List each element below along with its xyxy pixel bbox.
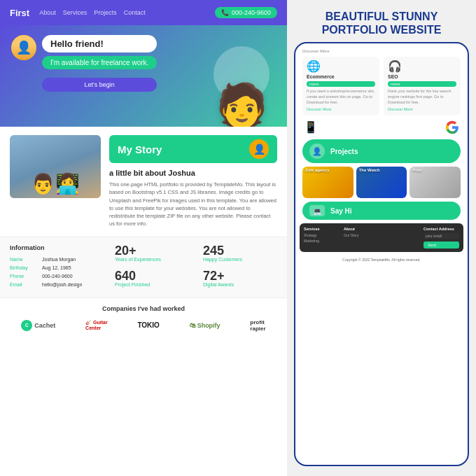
- stat-customers: 245 Happy Customers: [203, 244, 277, 265]
- seo-icon: 🎧: [388, 61, 456, 72]
- service-card-ecommerce: 🌐 Ecommerce more If you need a webshop/e…: [302, 57, 379, 115]
- nav-link-projects[interactable]: Projects: [94, 9, 117, 16]
- cachet-label: Cachet: [34, 322, 55, 329]
- projects-label: Projects: [330, 148, 358, 155]
- phone-icon: 📞: [221, 9, 229, 16]
- icon-row: 📱: [300, 119, 463, 136]
- footer-about-title: About: [344, 227, 379, 231]
- seo-link[interactable]: Discover More: [388, 107, 456, 111]
- sayhi-button[interactable]: 💻 Say Hi: [302, 202, 461, 220]
- footer-services-strategy: Strategy: [304, 233, 340, 237]
- logo-shopify: 🛍 Shopify: [190, 322, 220, 329]
- projects-avatar: 👤: [309, 144, 325, 159]
- stat-awards: 72+ Digital Awards: [203, 270, 277, 290]
- cachet-icon: C: [21, 320, 32, 331]
- project-name-polo: Polo: [412, 168, 421, 172]
- info-block: Information Name Joshua Morgan Birthday …: [10, 244, 108, 290]
- stat-label-projects: Project Finished: [115, 282, 189, 287]
- sayhi-label: Say Hi: [330, 207, 352, 215]
- logo-guitar-center: 🎸 GuitarCenter: [85, 320, 108, 330]
- shopify-label: Shopify: [197, 322, 220, 329]
- hero-available: I'm available for freelance work.: [42, 56, 157, 69]
- ecommerce-name: Ecommerce: [307, 74, 375, 79]
- stat-label-awards: Digital Awards: [203, 282, 277, 287]
- footer-contact-email-field: your email: [424, 233, 459, 239]
- footer-services-title: Services: [304, 227, 340, 231]
- shopify-bag-icon: 🛍: [190, 322, 196, 329]
- logo-profit-rapier: profitrapier: [250, 319, 265, 332]
- project-name-zoik: Zoik agency: [305, 168, 330, 172]
- info-value-email: hello@josh.design: [42, 282, 82, 287]
- hero-text: Hello friend! I'm available for freelanc…: [42, 35, 157, 92]
- avatar-image: 👤: [11, 35, 36, 60]
- nav-links: About Services Projects Contact: [39, 9, 205, 16]
- info-value-birthday: Aug 12, 1985: [42, 265, 71, 270]
- footer-services-marketing: Marketing: [304, 239, 340, 243]
- info-row-birthday: Birthday Aug 12, 1985: [10, 265, 108, 270]
- seo-badge: more: [388, 81, 456, 87]
- seo-desc: Rank your website for the key search eng…: [388, 89, 456, 105]
- info-label-email: Email: [10, 282, 38, 287]
- stat-num-awards: 72+: [203, 270, 277, 282]
- story-avatar: 👤: [249, 139, 269, 159]
- nav-logo: First: [10, 8, 29, 18]
- companies-logos: C Cachet 🎸 GuitarCenter TOKIO 🛍 Shopify …: [10, 319, 277, 332]
- right-title: BEAUTIFUL STUNNYPORTFOLIO WEBSITE: [294, 10, 469, 36]
- seo-name: SEO: [388, 74, 456, 79]
- story-section: 👨‍👩‍💻 My Story 👤 a little bit about Josh…: [0, 127, 287, 237]
- project-card-watch[interactable]: The Watch: [356, 167, 407, 198]
- projects-button[interactable]: 👤 Projects: [302, 139, 461, 163]
- footer-send-button[interactable]: Send: [424, 241, 459, 248]
- right-panel: BEAUTIFUL STUNNYPORTFOLIO WEBSITE Discov…: [287, 0, 476, 476]
- nav-link-services[interactable]: Services: [63, 9, 88, 16]
- info-label-name: Name: [10, 257, 38, 262]
- story-image: 👨‍👩‍💻: [10, 135, 101, 198]
- hero-greeting: Hello friend!: [42, 35, 157, 52]
- logo-cachet: C Cachet: [21, 320, 55, 331]
- info-row-email: Email hello@josh.design: [10, 282, 108, 287]
- story-people-icon: 👨‍👩‍💻: [31, 172, 80, 198]
- phone-footer: Services Strategy Marketing About Our St…: [300, 223, 463, 252]
- story-title: My Story: [118, 144, 162, 155]
- lets-begin-button[interactable]: Let's begin: [42, 78, 157, 92]
- stat-num-customers: 245: [203, 244, 277, 257]
- info-value-name: Joshua Morgan: [42, 257, 76, 262]
- sayhi-icon: 💻: [309, 205, 325, 216]
- footer-col-about: About Our Story: [344, 227, 379, 248]
- profit-rapier-label: profitrapier: [250, 319, 265, 332]
- footer-copyright: Copyright © 2022 TemplateMo. All rights …: [300, 258, 463, 262]
- story-right: My Story 👤 a little bit about Joshua Thi…: [101, 135, 277, 228]
- footer-col-contact: Contact Address your email Send: [424, 227, 459, 248]
- navbar: First About Services Projects Contact 📞 …: [0, 0, 287, 25]
- hero-person-figure: 🧑: [210, 43, 273, 127]
- google-icon: [445, 120, 459, 134]
- ecommerce-desc: If you need a webshop/ecommerce site, cr…: [307, 89, 375, 105]
- nav-link-about[interactable]: About: [39, 9, 56, 16]
- about-text: This one-page HTML portfolio is provided…: [109, 181, 277, 228]
- left-panel: First About Services Projects Contact 📞 …: [0, 0, 287, 476]
- logo-tokio: TOKIO: [137, 321, 159, 329]
- service-card-seo: 🎧 SEO more Rank your website for the key…: [384, 57, 461, 115]
- ecommerce-icon: 🌐: [307, 61, 375, 72]
- footer-col-services: Services Strategy Marketing: [304, 227, 340, 248]
- project-card-zoik[interactable]: Zoik agency: [302, 167, 354, 198]
- info-value-phone: 000-240-9600: [42, 274, 73, 279]
- stats-numbers: 20+ Years of Experiences 245 Happy Custo…: [108, 244, 277, 290]
- avatar: 👤: [11, 35, 36, 60]
- story-img-content: 👨‍👩‍💻: [10, 135, 101, 198]
- ecommerce-link[interactable]: Discover More: [307, 107, 375, 111]
- phone-mockup: Discover More 🌐 Ecommerce more If you ne…: [294, 42, 469, 466]
- phone-services-row: 🌐 Ecommerce more If you need a webshop/e…: [300, 57, 463, 115]
- companies-section: Companies I've had worked C Cachet 🎸 Gui…: [0, 298, 287, 339]
- story-banner: My Story 👤: [109, 135, 277, 163]
- stat-num-experiences: 20+: [115, 244, 189, 257]
- tokio-label: TOKIO: [137, 321, 159, 329]
- stat-label-experiences: Years of Experiences: [115, 257, 189, 262]
- person-emoji: 🧑: [216, 85, 268, 127]
- nav-link-contact[interactable]: Contact: [124, 9, 146, 16]
- guitar-center-label: 🎸 GuitarCenter: [85, 320, 108, 330]
- footer-contact-title: Contact Address: [424, 227, 459, 231]
- project-card-polo[interactable]: Polo: [410, 167, 461, 198]
- footer-about-story: Our Story: [344, 233, 379, 237]
- info-row-name: Name Joshua Morgan: [10, 257, 108, 262]
